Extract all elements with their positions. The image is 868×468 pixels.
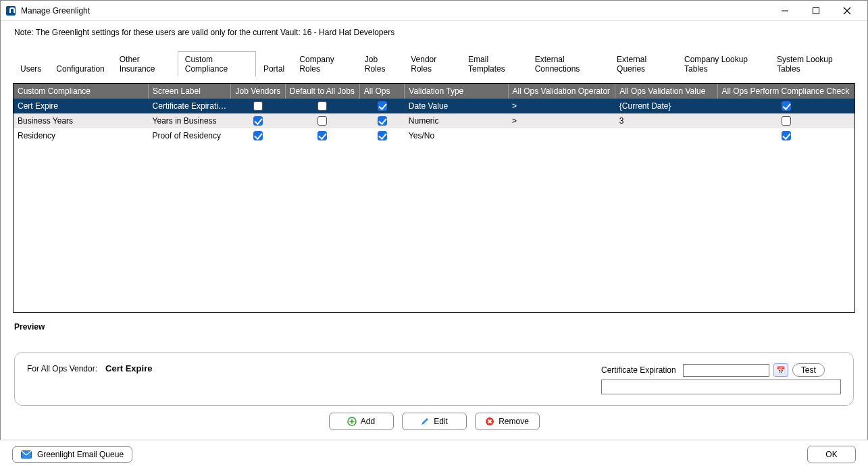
column-header[interactable]: Job Vendors — [231, 84, 285, 99]
preview-heading: Preview — [14, 322, 854, 332]
preview-result-input[interactable] — [601, 380, 841, 394]
checkbox[interactable] — [317, 101, 327, 111]
column-header[interactable]: Screen Label — [149, 84, 231, 99]
checkbox[interactable] — [378, 131, 387, 140]
tab-strip: UsersConfigurationOther InsuranceCustom … — [1, 41, 867, 76]
checkbox[interactable] — [782, 116, 791, 126]
minimize-button[interactable] — [770, 1, 800, 20]
tab-custom-compliance[interactable]: Custom Compliance — [178, 51, 256, 76]
mail-icon — [21, 450, 32, 459]
checkbox[interactable] — [378, 116, 387, 126]
remove-label: Remove — [499, 417, 529, 426]
test-button[interactable]: Test — [792, 363, 825, 377]
cell: Yes/No — [405, 128, 508, 143]
checkbox[interactable] — [378, 101, 387, 111]
action-row: Add Edit Remove — [1, 413, 867, 430]
column-header[interactable]: All Ops Perform Compliance Check — [717, 84, 854, 99]
cell: {Current Date} — [615, 99, 717, 113]
cell: > — [508, 99, 615, 113]
cell: Proof of Residency — [149, 128, 231, 143]
preview-left-label: For All Ops Vendor: — [27, 364, 97, 373]
tab-vendor-roles[interactable]: Vendor Roles — [403, 51, 461, 76]
add-label: Add — [361, 417, 375, 426]
ok-button[interactable]: OK — [807, 446, 856, 463]
checkbox[interactable] — [253, 101, 263, 111]
checkbox[interactable] — [317, 116, 327, 126]
titlebar: Manage Greenlight — [1, 1, 867, 21]
tab-company-lookup-tables[interactable]: Company Lookup Tables — [677, 51, 769, 76]
tab-system-lookup-tables[interactable]: System Lookup Tables — [769, 51, 855, 76]
email-queue-label: Greenlight Email Queue — [37, 450, 124, 459]
column-header[interactable]: All Ops Validation Value — [615, 84, 717, 99]
maximize-button[interactable] — [801, 1, 831, 20]
preview-field-label: Certificate Expiration — [601, 365, 676, 375]
cell: Residency — [14, 128, 149, 143]
column-header[interactable]: Custom Compliance — [14, 84, 149, 99]
compliance-grid[interactable]: Custom ComplianceScreen LabelJob Vendors… — [13, 83, 855, 313]
edit-button[interactable]: Edit — [402, 413, 467, 430]
cell: Date Value — [405, 99, 508, 113]
table-row[interactable]: ResidencyProof of ResidencyYes/No — [14, 128, 854, 143]
email-queue-button[interactable]: Greenlight Email Queue — [12, 446, 132, 463]
checkbox[interactable] — [317, 131, 327, 140]
checkbox[interactable] — [782, 131, 791, 140]
tab-job-roles[interactable]: Job Roles — [357, 51, 404, 76]
table-row[interactable]: Business YearsYears in BusinessNumeric>3 — [14, 113, 854, 128]
checkbox[interactable] — [782, 101, 791, 111]
expiration-date-input[interactable] — [683, 364, 769, 377]
preview-panel: For All Ops Vendor: Cert Expire Certific… — [14, 352, 854, 406]
tab-portal[interactable]: Portal — [256, 61, 292, 76]
tab-other-insurance[interactable]: Other Insurance — [112, 51, 178, 76]
cell: 3 — [615, 113, 717, 128]
calendar-icon[interactable]: 📅 — [773, 363, 788, 377]
cell — [508, 128, 615, 143]
checkbox[interactable] — [253, 131, 263, 140]
tab-configuration[interactable]: Configuration — [49, 61, 111, 76]
column-header[interactable]: Validation Type — [405, 84, 508, 99]
preview-left-value: Cert Expire — [105, 363, 152, 373]
edit-label: Edit — [434, 417, 448, 426]
cell: Certificate Expirati… — [149, 99, 231, 113]
tab-users[interactable]: Users — [13, 61, 49, 76]
vault-note: Note: The Greenlight settings for these … — [1, 21, 867, 41]
cell: > — [508, 113, 615, 128]
window-title: Manage Greenlight — [21, 6, 90, 16]
svg-rect-1 — [813, 7, 819, 14]
cell: Business Years — [14, 113, 149, 128]
tab-external-connections[interactable]: External Connections — [528, 51, 609, 76]
cell: Years in Business — [149, 113, 231, 128]
table-row[interactable]: Cert ExpireCertificate Expirati…Date Val… — [14, 99, 854, 113]
column-header[interactable]: All Ops Validation Operator — [508, 84, 615, 99]
cell: Cert Expire — [14, 99, 149, 113]
tab-company-roles[interactable]: Company Roles — [292, 51, 357, 76]
tab-external-queries[interactable]: External Queries — [609, 51, 677, 76]
footer: Greenlight Email Queue OK — [0, 440, 868, 468]
remove-button[interactable]: Remove — [475, 413, 540, 430]
cell — [615, 128, 717, 143]
tab-email-templates[interactable]: Email Templates — [461, 51, 528, 76]
checkbox[interactable] — [253, 116, 263, 126]
column-header[interactable]: Default to All Jobs — [285, 84, 359, 99]
lock-icon — [6, 6, 16, 16]
close-button[interactable] — [832, 1, 862, 20]
cell: Numeric — [405, 113, 508, 128]
add-button[interactable]: Add — [329, 413, 394, 430]
column-header[interactable]: All Ops — [359, 84, 405, 99]
